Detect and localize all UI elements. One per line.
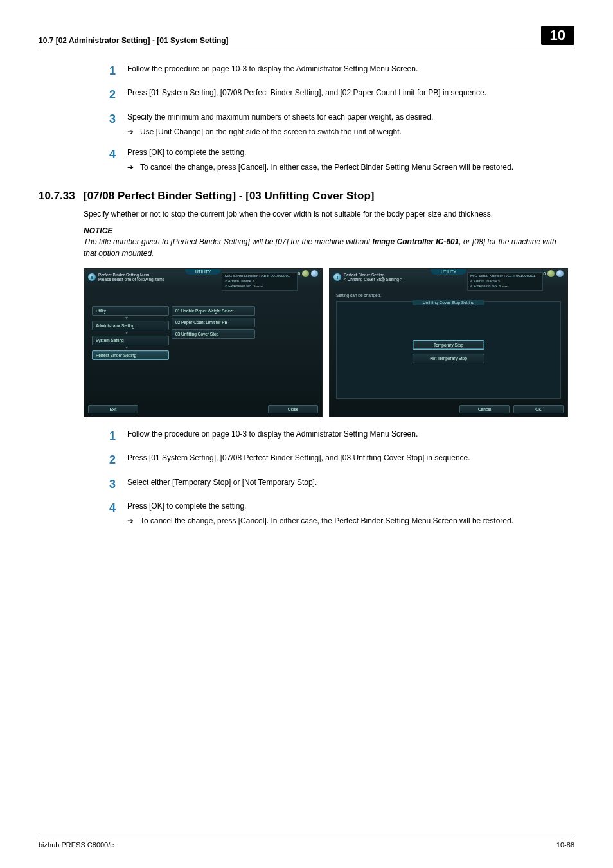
screen-title-line1: Perfect Binder Setting [344,273,402,277]
breadcrumb-node[interactable]: Administrator Setting [92,321,169,330]
arrow-icon [127,127,140,138]
admin-line: < Admin. Name > [225,279,294,284]
page-number: 10-88 [556,841,574,849]
step-body: Select either [Temporary Stop] or [Not T… [127,477,568,492]
admin-line: < Admin. Name > [470,279,540,284]
step-sub: Use [Unit Change] on the right side of t… [127,127,568,138]
section-number: 10.7.33 [39,190,84,203]
step: 3Select either [Temporary Stop] or [Not … [109,477,568,492]
step-body: Follow the procedure on page 10-3 to dis… [127,64,568,78]
step-text: Press [01 System Setting], [07/08 Perfec… [127,453,568,464]
help-icon[interactable] [311,270,318,277]
section-title: [07/08 Perfect Binder Setting] - [03 Unf… [84,190,374,203]
arrow-icon [127,516,140,527]
info-icon: i [88,273,96,281]
notice-text-pre: The title number given to [Perfect Binde… [84,237,373,246]
step-sub: To cancel the change, press [Cancel]. In… [127,162,568,173]
chevron-down-icon: ▾ [92,330,161,336]
status-text: Setting can be changed. [336,293,564,298]
exit-button[interactable]: Exit [88,405,138,413]
step: 4Press [OK] to complete the setting.To c… [109,501,568,527]
step-body: Specify the minimum and maximum numbers … [127,112,568,138]
screen-setting: UTILITY 2010/04/04 14:10 i Perfect Binde… [329,268,568,417]
screen-title-line2: Please select one of following items [98,277,164,282]
step: 3Specify the minimum and maximum numbers… [109,112,568,138]
step-body: Press [01 System Setting], [07/08 Perfec… [127,87,568,102]
notice-bold: Image Controller IC-601 [373,237,459,246]
step-body: Press [OK] to complete the setting.To ca… [127,147,568,174]
serial-line: M/C Serial Number : A1RF001000001 [470,274,540,279]
menu-item-button[interactable]: 02 Paper Count Limit for PB [172,318,255,327]
screen-title-line2: < Unfitting Cover Stop Setting > [344,277,402,282]
step-body: Press [OK] to complete the setting.To ca… [127,501,568,527]
step-number: 3 [109,477,127,492]
breadcrumb-node[interactable]: Perfect Binder Setting [92,350,169,360]
step-text: Press [01 System Setting], [07/08 Perfec… [127,87,568,98]
chevron-down-icon: ▾ [92,316,161,321]
step-body: Follow the procedure on page 10-3 to dis… [127,429,568,444]
section-heading: 10.7.33 [07/08 Perfect Binder Setting] -… [39,190,574,203]
notice-label: NOTICE [84,226,568,237]
step-number: 4 [109,147,127,174]
utility-tab: UTILITY [431,269,466,275]
step: 1Follow the procedure on page 10-3 to di… [109,64,568,78]
step: 2Press [01 System Setting], [07/08 Perfe… [109,453,568,467]
step-sub: To cancel the change, press [Cancel]. In… [127,516,568,527]
section-path: 10.7 [02 Administrator Setting] - [01 Sy… [39,36,541,45]
step-sub-text: To cancel the change, press [Cancel]. In… [140,162,568,173]
screen-title: Perfect Binder Setting < Unfitting Cover… [344,273,402,282]
option-button[interactable]: Temporary Stop [413,340,484,350]
menu-item-button[interactable]: 01 Usable Paper Weight Select [172,306,255,316]
utility-tab: UTILITY [185,269,221,275]
step-number: 3 [109,112,127,138]
step-sub-text: To cancel the change, press [Cancel]. In… [140,516,568,527]
step-text: Follow the procedure on page 10-3 to dis… [127,64,568,75]
option-buttons: Temporary StopNot Temporary Stop [413,340,484,363]
step-number: 1 [109,429,127,444]
machine-info-box: M/C Serial Number : A1RF001000001 < Admi… [222,272,298,291]
step-number: 2 [109,87,127,102]
arrow-icon [127,162,140,173]
screen-title: Perfect Binder Setting Menu Please selec… [98,273,164,282]
setting-card: Unfitting Cover Stop Setting Temporary S… [336,301,561,399]
screen-menu: UTILITY 2010/04/04 14:10 i Perfect Binde… [84,268,323,417]
machine-info-box: M/C Serial Number : A1RF001000001 < Admi… [467,272,543,291]
steps-block-a: 1Follow the procedure on page 10-3 to di… [109,64,568,173]
screenshots-row: UTILITY 2010/04/04 14:10 i Perfect Binde… [84,268,574,417]
step-text: Press [OK] to complete the setting. [127,147,568,158]
ext-line: < Extension No. > ----- [225,284,294,289]
step: 1Follow the procedure on page 10-3 to di… [109,429,568,444]
memory-icon [547,270,555,277]
menu-item-button[interactable]: 03 Unfitting Cover Stop [172,329,255,339]
step-number: 2 [109,453,127,467]
step-text: Press [OK] to complete the setting. [127,501,568,512]
card-title: Unfitting Cover Stop Setting [413,300,484,305]
help-icon[interactable] [556,270,564,277]
step-sub-text: Use [Unit Change] on the right side of t… [140,127,568,138]
section-intro: Specify whether or not to stop the curre… [84,209,568,220]
ok-button[interactable]: OK [513,405,564,413]
step-text: Follow the procedure on page 10-3 to dis… [127,429,568,440]
breadcrumb-node[interactable]: System Setting [92,336,169,345]
step-body: Press [01 System Setting], [07/08 Perfec… [127,453,568,467]
chevron-down-icon: ▾ [92,345,161,350]
step-number: 4 [109,501,127,527]
close-button[interactable]: Close [268,405,318,413]
step-text: Select either [Temporary Stop] or [Not T… [127,477,568,488]
memory-icon [302,270,309,277]
ext-line: < Extension No. > ----- [470,284,540,289]
page-footer: bizhub PRESS C8000/e 10-88 [39,838,574,849]
steps-block-b: 1Follow the procedure on page 10-3 to di… [109,429,568,527]
step-text: Specify the minimum and maximum numbers … [127,112,568,123]
chapter-number-box: 10 [541,26,574,45]
menu-column: 01 Usable Paper Weight Select02 Paper Co… [172,306,255,339]
step-number: 1 [109,64,127,78]
cancel-button[interactable]: Cancel [459,405,510,413]
breadcrumb-node[interactable]: Utility [92,306,169,316]
notice-text: The title number given to [Perfect Binde… [84,237,568,259]
step: 4Press [OK] to complete the setting.To c… [109,147,568,174]
step: 2Press [01 System Setting], [07/08 Perfe… [109,87,568,102]
option-button[interactable]: Not Temporary Stop [413,354,484,363]
info-icon: i [333,273,341,281]
page-header: 10.7 [02 Administrator Setting] - [01 Sy… [39,26,574,48]
